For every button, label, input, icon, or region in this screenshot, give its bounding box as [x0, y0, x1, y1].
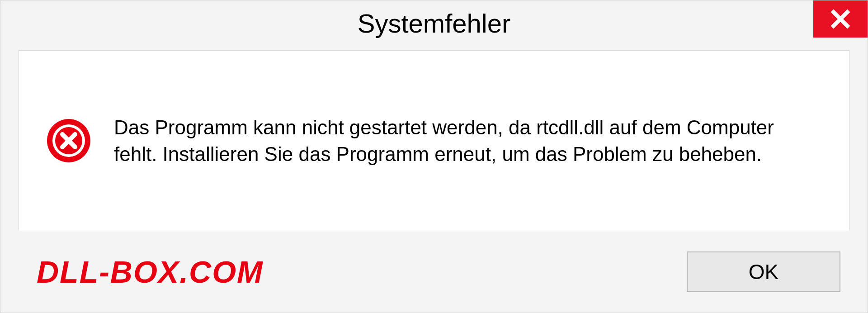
dialog-footer: DLL-BOX.COM OK [0, 231, 868, 313]
error-dialog: Systemfehler Das Programm kann nicht ges… [0, 0, 868, 313]
titlebar: Systemfehler [0, 0, 868, 46]
dialog-title: Systemfehler [358, 8, 510, 38]
error-message: Das Programm kann nicht gestartet werden… [114, 114, 822, 168]
close-icon [830, 9, 851, 29]
error-icon [46, 118, 91, 163]
close-button[interactable] [813, 0, 868, 38]
ok-button[interactable]: OK [687, 251, 840, 292]
content-panel: Das Programm kann nicht gestartet werden… [19, 50, 849, 231]
ok-button-label: OK [749, 260, 778, 284]
watermark-text: DLL-BOX.COM [37, 254, 264, 289]
